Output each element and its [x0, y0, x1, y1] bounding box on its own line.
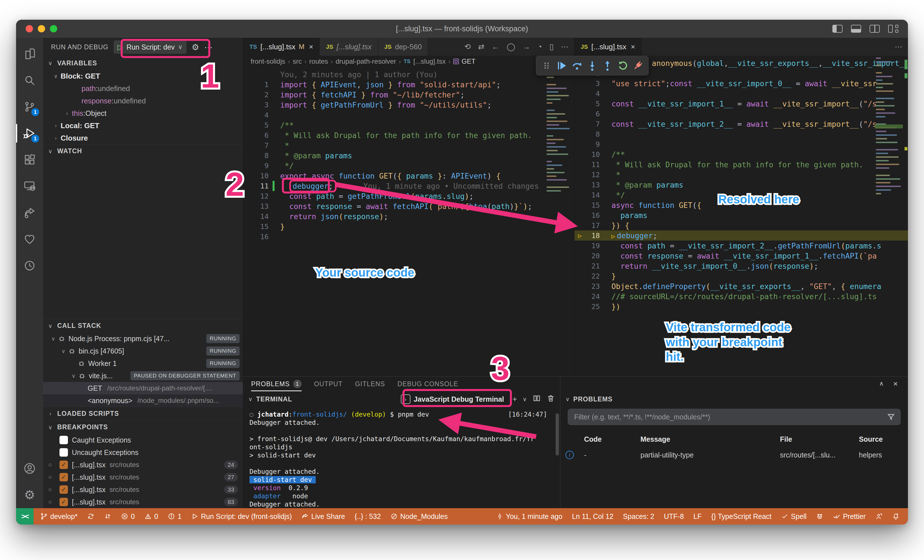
new-terminal-icon[interactable]: +	[513, 395, 517, 404]
code-line[interactable]: 6	[574, 109, 908, 119]
run-file-icon[interactable]: ◔	[537, 42, 542, 51]
step-out-icon[interactable]	[601, 59, 614, 72]
source-control-icon[interactable]: 1	[16, 94, 43, 120]
run-script-dropdown[interactable]: ▷ Run Script: dev ∨	[114, 40, 187, 54]
code-line[interactable]: 23Object.defineProperty(__vite_ssr_expor…	[574, 281, 908, 291]
heart-icon[interactable]	[16, 226, 43, 252]
code-line[interactable]: 7 *	[243, 140, 574, 150]
breakpoint-row[interactable]: ○✓[...slug].tsxsrc/routes24	[43, 458, 243, 471]
breakpoint-row[interactable]: ○✓[...slug].tsxsrc/routes33	[43, 484, 243, 496]
problem-row[interactable]: i - partial-utility-type src/routes/[...…	[560, 447, 908, 463]
disconnect-icon[interactable]	[632, 59, 644, 72]
code-line[interactable]: 14 return json(response);	[243, 211, 574, 222]
panel-tab-debug-console[interactable]: DEBUG CONSOLE	[398, 377, 458, 391]
breakpoint-checkbox[interactable]: ✓	[60, 461, 68, 469]
variable-row[interactable]: ›Closure	[43, 132, 243, 144]
breakpoints-section-header[interactable]: ∨BREAKPOINTS	[43, 420, 243, 434]
code-line[interactable]: You, 2 minutes ago | 1 author (You)	[243, 69, 574, 79]
timeline-icon[interactable]	[16, 252, 43, 279]
back-icon[interactable]: ←	[492, 42, 500, 51]
split-terminal-icon[interactable]	[532, 394, 541, 404]
code-line[interactable]: 17}) {	[574, 220, 908, 231]
panel-tab-gitlens[interactable]: GITLENS	[355, 377, 385, 391]
code-line[interactable]: 10export async function GET({ params }: …	[243, 171, 574, 181]
variable-row[interactable]: ›this: Object	[43, 107, 243, 120]
split-editor-icon[interactable]: ▯	[549, 42, 554, 51]
status-item-utf-8[interactable]: UTF-8	[664, 512, 684, 521]
compare-icon[interactable]: ⇄	[478, 42, 484, 51]
problems-filter-input[interactable]	[568, 413, 900, 421]
code-line[interactable]: 3"use strict";const __vite_ssr_import_0_…	[574, 78, 908, 88]
breakpoint-checkbox[interactable]: ✓	[60, 498, 68, 506]
status-item-sync[interactable]	[87, 513, 94, 520]
breadcrumb[interactable]: front-solidjs› src› routes› drupal-path-…	[243, 56, 574, 67]
status-item-ln-11-col-12[interactable]: Ln 11, Col 12	[572, 512, 614, 521]
toggle-panel-icon[interactable]	[851, 25, 861, 33]
call-stack-row[interactable]: ∨bin.cjs [47605]RUNNING	[43, 345, 243, 357]
status-item-lf[interactable]: LF	[693, 512, 702, 521]
timeline-icon[interactable]: ⟲	[464, 42, 471, 51]
code-line[interactable]: 1import { APIEvent, json } from "solid-s…	[243, 79, 574, 90]
status-item-bell[interactable]	[892, 513, 900, 520]
accounts-icon[interactable]	[16, 455, 43, 482]
minimap[interactable]	[874, 57, 903, 215]
step-over-icon[interactable]	[570, 59, 584, 72]
status-item-compare[interactable]	[104, 513, 111, 520]
code-line[interactable]: 2import { fetchAPI } from "~/lib/fetcher…	[243, 90, 574, 100]
toggle-secondary-sidebar-icon[interactable]	[870, 25, 880, 33]
status-item-you-1-minute-ago[interactable]: You, 1 minute ago	[496, 512, 562, 521]
more-actions-icon[interactable]: ⋯	[895, 42, 902, 51]
terminal-output[interactable]: ○ jchatard:front-solidjs/ (develop) $ pn…	[243, 407, 560, 508]
tab-slug-tsx[interactable]: TS[...slug].tsx M ×	[243, 38, 320, 56]
status-item-1[interactable]: 1	[168, 512, 182, 521]
code-line[interactable]: 19 const path = __vite_ssr_import_2__.ge…	[574, 241, 908, 251]
code-line[interactable]: 15}	[243, 222, 574, 232]
code-line[interactable]: 9 */	[243, 160, 574, 171]
tab-slug-tsx-preview[interactable]: JS[...slug].tsx	[320, 38, 378, 56]
code-line[interactable]: 4	[243, 110, 574, 120]
more-actions-icon[interactable]: ⋯	[204, 42, 213, 52]
code-line[interactable]: 22}	[574, 271, 908, 281]
breakpoint-row[interactable]: ○✓[...slug].tsxsrc/routes83	[43, 496, 243, 508]
code-line[interactable]: 11 * Will ask Drupal for the path info f…	[574, 159, 908, 169]
status-item-532[interactable]: {..} : 532	[355, 512, 381, 521]
terminal-profile-button[interactable]: › JavaScript Debug Terminal	[401, 394, 504, 404]
circle-icon[interactable]: ◯	[507, 42, 515, 51]
more-actions-icon[interactable]: ⋯	[561, 42, 568, 51]
problems-view-header[interactable]: ∨PROBLEMS	[560, 391, 908, 407]
live-share-icon[interactable]	[16, 199, 43, 226]
kill-terminal-icon[interactable]	[547, 394, 555, 404]
code-line[interactable]: 13 const response = await fetchAPI(`path…	[243, 201, 574, 211]
code-line[interactable]: 12 const path = getPathFromUrl(params.sl…	[243, 191, 574, 201]
code-line[interactable]: 8 * @param params	[243, 150, 574, 160]
toggle-sidebar-icon[interactable]	[832, 25, 843, 33]
status-item-person[interactable]	[875, 513, 883, 520]
source-code-editor[interactable]: You, 2 minutes ago | 1 author (You)1impo…	[243, 67, 574, 376]
remote-explorer-icon[interactable]	[16, 173, 43, 199]
terminal-title[interactable]: TERMINAL	[256, 395, 292, 403]
tab-transformed-slug[interactable]: JS[...slug].tsx ×	[574, 38, 642, 56]
search-icon[interactable]	[16, 67, 43, 94]
breakpoint-checkbox[interactable]: ✓	[60, 485, 68, 494]
code-line[interactable]: 11 debugger; You, 1 minute ago • Uncommi…	[243, 181, 574, 191]
breakpoint-row[interactable]: ○✓[...slug].tsxsrc/routes27	[43, 471, 243, 484]
code-line[interactable]: 12 *	[574, 169, 908, 180]
explorer-icon[interactable]	[16, 40, 43, 67]
code-line[interactable]: 10/**	[574, 149, 908, 159]
settings-gear-icon[interactable]: ⚙	[16, 482, 43, 508]
status-item-prettier[interactable]: Prettier	[833, 512, 866, 521]
terminal-scrollbar[interactable]	[556, 413, 559, 455]
drag-grip-icon[interactable]	[540, 59, 553, 72]
step-into-icon[interactable]	[586, 59, 599, 72]
maximize-panel-icon[interactable]: ∨	[879, 380, 884, 388]
variable-row[interactable]: ›Local: GET	[43, 120, 243, 132]
status-item-node-modules[interactable]: Node_Modules	[390, 512, 448, 521]
panel-tab-problems[interactable]: PROBLEMS1	[251, 377, 302, 391]
code-line[interactable]: 25})	[574, 301, 908, 311]
close-icon[interactable]: ×	[631, 42, 635, 51]
code-line[interactable]: 5/**	[243, 120, 574, 130]
code-line[interactable]: 4	[574, 88, 908, 99]
close-panel-icon[interactable]: ×	[893, 379, 898, 388]
code-line[interactable]: ▷18▷debugger;	[574, 231, 908, 241]
breakpoint-row[interactable]: Uncaught Exceptions	[43, 446, 243, 458]
